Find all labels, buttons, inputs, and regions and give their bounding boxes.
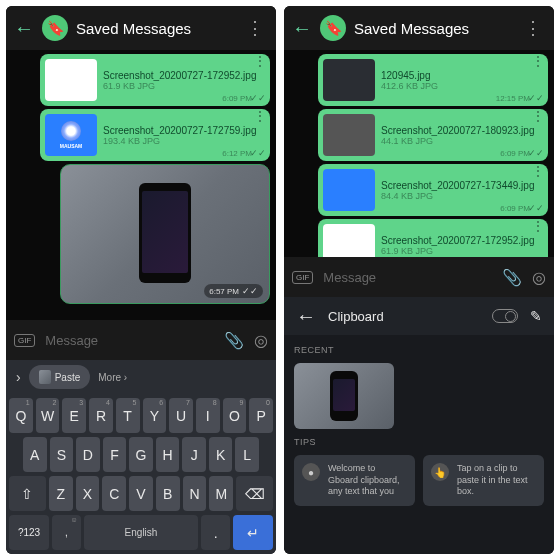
tip-card[interactable]: ●Welcome to Gboard clipboard, any text t… bbox=[294, 455, 415, 506]
key-w[interactable]: W2 bbox=[36, 398, 60, 433]
chat-title: Saved Messages bbox=[354, 20, 512, 37]
key-l[interactable]: L bbox=[235, 437, 259, 472]
info-icon: ● bbox=[302, 463, 320, 481]
edit-icon[interactable]: ✎ bbox=[530, 308, 542, 324]
msg-menu-icon[interactable]: ⋮ bbox=[532, 170, 544, 174]
clipboard-header: ← Clipboard ✎ bbox=[284, 297, 554, 335]
read-icon: ✓✓ bbox=[528, 203, 544, 213]
key-o[interactable]: O9 bbox=[223, 398, 247, 433]
key-s[interactable]: S bbox=[50, 437, 74, 472]
file-thumb bbox=[323, 224, 375, 257]
camera-icon[interactable]: ◎ bbox=[254, 331, 268, 350]
key-y[interactable]: Y6 bbox=[143, 398, 167, 433]
message-input-bar: GIF Message 📎 ◎ bbox=[284, 257, 554, 297]
file-thumb bbox=[323, 59, 375, 101]
read-icon: ✓✓ bbox=[528, 93, 544, 103]
key-z[interactable]: Z bbox=[49, 476, 73, 511]
key-r[interactable]: R4 bbox=[89, 398, 113, 433]
app-header: ← 🔖 Saved Messages ⋮ bbox=[6, 6, 276, 50]
right-phone: ← 🔖 Saved Messages ⋮ 120945.jpg412.6 KB … bbox=[284, 6, 554, 554]
msg-menu-icon[interactable]: ⋮ bbox=[532, 225, 544, 229]
key-t[interactable]: T5 bbox=[116, 398, 140, 433]
file-message[interactable]: Screenshot_20200727-172952.jpg61.9 KB JP… bbox=[40, 54, 270, 106]
file-message[interactable]: 120945.jpg412.6 KB JPG⋮12:15 PM✓✓ bbox=[318, 54, 548, 106]
comma-key[interactable]: ,☺ bbox=[52, 515, 81, 550]
key-f[interactable]: F bbox=[103, 437, 127, 472]
key-q[interactable]: Q1 bbox=[9, 398, 33, 433]
msg-menu-icon[interactable]: ⋮ bbox=[254, 60, 266, 64]
key-b[interactable]: B bbox=[156, 476, 180, 511]
back-icon[interactable]: ← bbox=[14, 17, 34, 40]
key-a[interactable]: A bbox=[23, 437, 47, 472]
file-message[interactable]: MAUSAM Screenshot_20200727-172759.jpg193… bbox=[40, 109, 270, 161]
paste-thumb-icon bbox=[39, 370, 51, 384]
section-label: RECENT bbox=[294, 345, 544, 355]
key-u[interactable]: U7 bbox=[169, 398, 193, 433]
file-message[interactable]: Screenshot_20200727-172952.jpg61.9 KB JP… bbox=[318, 219, 548, 257]
keyboard-toolbar: › Paste More › bbox=[6, 360, 276, 394]
key-x[interactable]: X bbox=[76, 476, 100, 511]
clipboard-title: Clipboard bbox=[328, 309, 480, 324]
msg-menu-icon[interactable]: ⋮ bbox=[532, 60, 544, 64]
clipboard-item[interactable] bbox=[294, 363, 394, 429]
space-key[interactable]: English bbox=[84, 515, 199, 550]
file-message[interactable]: Screenshot_20200727-173449.jpg84.4 KB JP… bbox=[318, 164, 548, 216]
paste-button[interactable]: Paste bbox=[29, 365, 91, 389]
period-key[interactable]: . bbox=[201, 515, 230, 550]
key-i[interactable]: I8 bbox=[196, 398, 220, 433]
attach-icon[interactable]: 📎 bbox=[502, 268, 522, 287]
chat-title: Saved Messages bbox=[76, 20, 234, 37]
file-thumb bbox=[45, 59, 97, 101]
key-c[interactable]: C bbox=[102, 476, 126, 511]
camera-icon[interactable]: ◎ bbox=[532, 268, 546, 287]
read-icon: ✓✓ bbox=[250, 93, 266, 103]
file-thumb: MAUSAM bbox=[45, 114, 97, 156]
key-m[interactable]: M bbox=[209, 476, 233, 511]
key-v[interactable]: V bbox=[129, 476, 153, 511]
key-n[interactable]: N bbox=[183, 476, 207, 511]
back-icon[interactable]: ← bbox=[292, 17, 312, 40]
section-label: TIPS bbox=[294, 437, 544, 447]
chat-area[interactable]: 120945.jpg412.6 KB JPG⋮12:15 PM✓✓Screens… bbox=[284, 50, 554, 257]
chevron-right-icon[interactable]: › bbox=[16, 369, 21, 385]
left-phone: ← 🔖 Saved Messages ⋮ Screenshot_20200727… bbox=[6, 6, 276, 554]
more-icon[interactable]: ⋮ bbox=[520, 17, 546, 39]
msg-menu-icon[interactable]: ⋮ bbox=[254, 115, 266, 119]
file-message[interactable]: Screenshot_20200727-180923.jpg44.1 KB JP… bbox=[318, 109, 548, 161]
clipboard-toggle[interactable] bbox=[492, 309, 518, 323]
read-icon: ✓✓ bbox=[528, 148, 544, 158]
tap-icon: 👆 bbox=[431, 463, 449, 481]
key-j[interactable]: J bbox=[182, 437, 206, 472]
keyboard: Q1W2E3R4T5Y6U7I8O9P0 ASDFGHJKL ⇧ZXCVBNM⌫… bbox=[6, 394, 276, 554]
read-icon: ✓✓ bbox=[250, 148, 266, 158]
gif-icon[interactable]: GIF bbox=[292, 271, 313, 284]
key-h[interactable]: H bbox=[156, 437, 180, 472]
msg-menu-icon[interactable]: ⋮ bbox=[532, 115, 544, 119]
gif-icon[interactable]: GIF bbox=[14, 334, 35, 347]
more-icon[interactable]: ⋮ bbox=[242, 17, 268, 39]
chat-area[interactable]: Screenshot_20200727-172952.jpg61.9 KB JP… bbox=[6, 50, 276, 320]
key-p[interactable]: P0 bbox=[249, 398, 273, 433]
key-d[interactable]: D bbox=[76, 437, 100, 472]
enter-key[interactable]: ↵ bbox=[233, 515, 273, 550]
back-icon[interactable]: ← bbox=[296, 305, 316, 328]
attach-icon[interactable]: 📎 bbox=[224, 331, 244, 350]
message-input[interactable]: Message bbox=[323, 270, 492, 285]
backspace-key[interactable]: ⌫ bbox=[236, 476, 273, 511]
key-g[interactable]: G bbox=[129, 437, 153, 472]
clipboard-body: RECENT TIPS ●Welcome to Gboard clipboard… bbox=[284, 335, 554, 554]
saved-bookmark-icon[interactable]: 🔖 bbox=[42, 15, 68, 41]
more-suggestions[interactable]: More › bbox=[98, 372, 127, 383]
app-header: ← 🔖 Saved Messages ⋮ bbox=[284, 6, 554, 50]
key-k[interactable]: K bbox=[209, 437, 233, 472]
symbols-key[interactable]: ?123 bbox=[9, 515, 49, 550]
photo-message[interactable]: 6:57 PM✓✓ bbox=[60, 164, 270, 304]
message-input-bar: GIF Message 📎 ◎ bbox=[6, 320, 276, 360]
file-thumb bbox=[323, 169, 375, 211]
tip-card[interactable]: 👆Tap on a clip to paste it in the text b… bbox=[423, 455, 544, 506]
message-input[interactable]: Message bbox=[45, 333, 214, 348]
key-e[interactable]: E3 bbox=[62, 398, 86, 433]
saved-bookmark-icon[interactable]: 🔖 bbox=[320, 15, 346, 41]
shift-key[interactable]: ⇧ bbox=[9, 476, 46, 511]
read-icon: ✓✓ bbox=[242, 286, 258, 296]
